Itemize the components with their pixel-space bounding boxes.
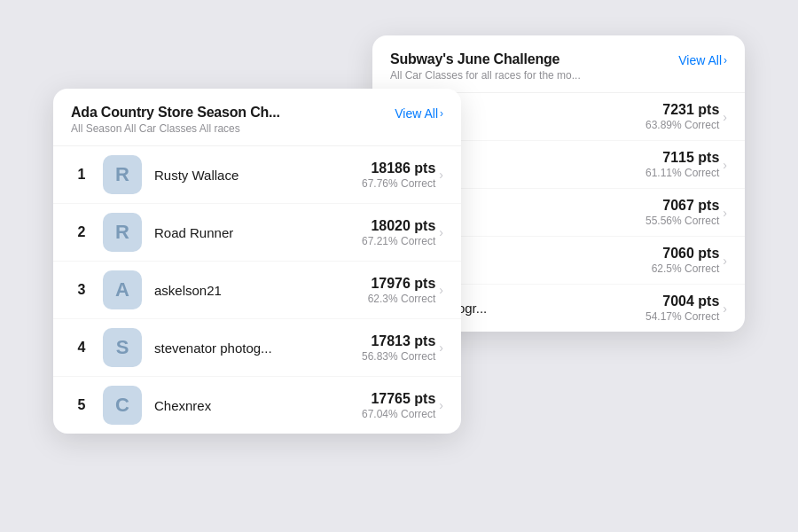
- front-score-block: 18186 pts 67.76% Correct ›: [362, 160, 443, 190]
- front-score-block: 18020 pts 67.21% Correct ›: [362, 218, 443, 247]
- front-score-pts: 18186 pts: [362, 160, 435, 176]
- chevron-right-icon: ›: [439, 283, 443, 297]
- front-score-pts: 17976 pts: [368, 276, 436, 292]
- front-score-pts: 17765 pts: [362, 391, 435, 407]
- front-score-correct: 67.21% Correct: [362, 235, 435, 247]
- rank-number: 5: [71, 397, 92, 413]
- back-score-correct: 54.17% Correct: [645, 310, 719, 323]
- front-list-item[interactable]: 5 C Chexnrex 17765 pts 67.04% Correct ›: [53, 377, 461, 434]
- user-name: Chexnrex: [154, 398, 362, 413]
- back-score-correct: 62.5% Correct: [652, 262, 720, 275]
- back-score-block: 7067 pts 55.56% Correct ›: [645, 198, 727, 227]
- back-score-block: 7060 pts 62.5% Correct ›: [652, 246, 727, 275]
- front-score-block: 17976 pts 62.3% Correct ›: [368, 276, 443, 305]
- front-score-correct: 67.76% Correct: [362, 177, 435, 190]
- front-score-correct: 62.3% Correct: [368, 293, 436, 305]
- avatar: C: [103, 386, 142, 425]
- front-view-all-button[interactable]: View All ›: [395, 106, 443, 121]
- back-score-block: 7115 pts 61.11% Correct ›: [645, 150, 727, 179]
- chevron-right-icon: ›: [723, 254, 727, 268]
- front-list-item[interactable]: 2 R Road Runner 18020 pts 67.21% Correct…: [53, 204, 461, 262]
- front-card-header: Ada Country Store Season Ch... All Seaso…: [53, 89, 461, 146]
- back-view-all-button[interactable]: View All ›: [678, 53, 727, 67]
- back-score-pts: 7004 pts: [645, 293, 719, 309]
- rank-number: 3: [71, 282, 92, 298]
- chevron-right-icon: ›: [723, 158, 727, 172]
- avatar: R: [103, 213, 142, 252]
- front-score-correct: 56.83% Correct: [362, 350, 435, 363]
- avatar: A: [103, 270, 142, 309]
- back-card-header: Subway's June Challenge All Car Classes …: [372, 35, 745, 93]
- user-name: stevenator photog...: [154, 340, 362, 356]
- front-score-pts: 17813 pts: [362, 333, 435, 349]
- front-score-pts: 18020 pts: [362, 218, 435, 234]
- rank-number: 2: [71, 224, 92, 240]
- chevron-right-icon: ›: [439, 398, 443, 412]
- front-card-title: Ada Country Store Season Ch...: [71, 105, 280, 121]
- back-score-block: 7231 pts 63.89% Correct ›: [645, 102, 727, 131]
- back-card-subtitle: All Car Classes for all races for the mo…: [390, 69, 581, 82]
- back-score-correct: 55.56% Correct: [645, 215, 719, 227]
- avatar: R: [103, 155, 142, 194]
- back-score-pts: 7067 pts: [645, 198, 719, 214]
- back-score-pts: 7115 pts: [645, 150, 719, 166]
- chevron-right-icon: ›: [723, 301, 727, 316]
- back-card-title: Subway's June Challenge: [390, 51, 581, 67]
- chevron-right-icon: ›: [723, 110, 727, 124]
- rank-number: 4: [71, 340, 92, 356]
- front-leaderboard-list: 1 R Rusty Wallace 18186 pts 67.76% Corre…: [53, 146, 461, 434]
- chevron-right-icon: ›: [439, 225, 443, 239]
- front-list-item[interactable]: 3 A askelson21 17976 pts 62.3% Correct ›: [53, 262, 461, 319]
- ada-challenge-card: Ada Country Store Season Ch... All Seaso…: [53, 89, 461, 434]
- user-name: askelson21: [154, 283, 368, 298]
- rank-number: 1: [71, 167, 92, 183]
- front-score-correct: 67.04% Correct: [362, 408, 435, 420]
- chevron-right-icon: ›: [439, 168, 443, 182]
- back-score-correct: 61.11% Correct: [645, 167, 719, 179]
- back-score-pts: 7060 pts: [652, 246, 720, 262]
- user-name: Rusty Wallace: [154, 168, 362, 183]
- back-score-block: 7004 pts 54.17% Correct ›: [645, 293, 727, 323]
- front-list-item[interactable]: 1 R Rusty Wallace 18186 pts 67.76% Corre…: [53, 146, 461, 204]
- user-name: Road Runner: [154, 225, 362, 240]
- front-score-block: 17813 pts 56.83% Correct ›: [362, 333, 443, 363]
- front-score-block: 17765 pts 67.04% Correct ›: [362, 391, 443, 420]
- avatar: S: [103, 328, 142, 367]
- chevron-right-icon: ›: [723, 206, 727, 220]
- chevron-right-icon: ›: [724, 54, 727, 66]
- back-score-pts: 7231 pts: [645, 102, 719, 118]
- front-card-subtitle: All Season All Car Classes All races: [71, 122, 280, 135]
- chevron-right-icon: ›: [439, 340, 443, 355]
- back-score-correct: 63.89% Correct: [645, 119, 719, 131]
- front-list-item[interactable]: 4 S stevenator photog... 17813 pts 56.83…: [53, 319, 461, 377]
- chevron-right-icon: ›: [440, 107, 443, 120]
